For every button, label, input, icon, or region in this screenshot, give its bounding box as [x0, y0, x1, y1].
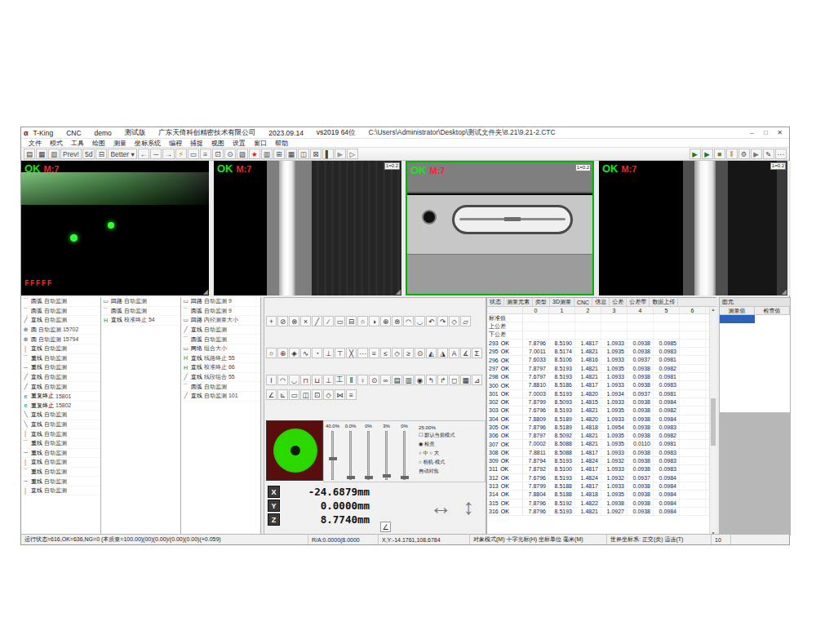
light-slider-3[interactable]: 0% [362, 423, 375, 480]
table-column-header[interactable]: 状态 [487, 298, 504, 306]
measurement-item[interactable]: ╱ 直线 自动监测 101 [181, 392, 260, 402]
measure-tool-icon[interactable]: ⊗ [289, 316, 299, 326]
z-axis-zero-button[interactable]: Z [268, 513, 280, 526]
menu-item[interactable]: 窗口 [250, 139, 271, 148]
measurement-item[interactable]: H 直线 校准终止 54 [101, 316, 180, 326]
construct-tool-icon[interactable]: 工 [335, 375, 345, 385]
lens-radio-group[interactable]: ○ 中 ○ 大 [419, 450, 477, 457]
result-row[interactable]: 316 OK 7.8796 8.5193 1.4821 1.0927 0.093… [487, 508, 716, 516]
result-row[interactable]: 313 OK 7.8799 8.5188 1.4817 1.0933 0.093… [487, 482, 716, 491]
new-file-icon[interactable]: ▤ [24, 149, 35, 159]
result-row[interactable]: 293 OK 7.8796 8.5190 1.4817 1.0933 0.093… [487, 340, 716, 348]
construct-tool-icon[interactable]: I [266, 375, 277, 385]
measure-tool-icon[interactable]: ◭ [426, 348, 437, 358]
measurement-item[interactable]: ─ 重线 自动监测 [21, 449, 100, 459]
measure-tool-icon[interactable]: ◠ [403, 316, 414, 326]
construct-tool-icon[interactable]: ⊾ [277, 389, 288, 400]
construct-tool-icon[interactable]: ▥ [403, 375, 414, 385]
result-row[interactable]: 296 OK 7.6033 8.5106 1.4816 1.0933 0.093… [487, 356, 716, 364]
measure-tool-icon[interactable]: × [300, 316, 311, 326]
table-view-icon[interactable]: ▦ [286, 149, 297, 159]
measurement-item[interactable]: ⌒ 圆弧 自动监测 [181, 335, 260, 344]
menu-item[interactable]: 模式 [46, 139, 67, 148]
construct-tool-icon[interactable]: ◫ [300, 389, 311, 400]
table-column-header[interactable]: 测量元素 [504, 298, 533, 306]
menu-item[interactable]: 绘图 [88, 139, 109, 148]
save-file-icon[interactable]: ▥ [48, 149, 60, 159]
measurement-item[interactable]: ╱ 直线 自动监测 [21, 382, 100, 392]
measure-tool-icon[interactable]: ▭ [335, 316, 345, 326]
element-panel-body[interactable] [720, 315, 790, 413]
angle-mode-button[interactable]: ∠ [380, 522, 391, 532]
camera-view-1[interactable]: OK M:7 FFFFF ◢ [21, 161, 209, 295]
measurement-item[interactable]: ⌒ 重线 自动监测 [21, 468, 100, 477]
result-row[interactable]: 302 OK 7.8799 8.5093 1.4815 1.0933 0.093… [487, 398, 716, 406]
measurement-item[interactable]: ⌒ 圆弧 自动监测 [101, 307, 180, 317]
measure-tool-icon[interactable]: ↷ [437, 316, 448, 326]
measurement-item[interactable]: │ 直线 自动监测 [21, 429, 100, 439]
measurement-item[interactable]: │ 直线 自动监测 [21, 344, 100, 354]
measure-tool-icon[interactable]: Σ [472, 348, 482, 358]
split-view-icon[interactable]: ◫ [298, 149, 309, 159]
nominal-row[interactable]: 标准值 [487, 314, 716, 322]
check-value-column-header[interactable]: 检查值 [755, 307, 790, 314]
construct-tool-icon[interactable]: ⊓ [300, 375, 311, 385]
measure-tool-icon[interactable]: ⊙ [415, 348, 425, 358]
arrow-right-icon[interactable]: → [162, 149, 175, 159]
measure-tool-icon[interactable]: A [449, 348, 459, 358]
jog-horizontal-icon[interactable]: ↔ [430, 495, 452, 519]
measure-tool-icon[interactable]: ∡ [460, 348, 471, 358]
measurement-item[interactable]: │ 直线 自动监测 [21, 458, 100, 468]
edit-icon[interactable]: ✎ [763, 149, 774, 159]
measure-tool-icon[interactable]: ◡ [415, 316, 425, 326]
slider-handle[interactable] [365, 476, 373, 479]
measure-tool-icon[interactable]: ╳ [346, 348, 357, 358]
table-column-header[interactable]: CNC [574, 298, 592, 306]
measure-tool-icon[interactable]: ◇ [449, 316, 459, 326]
measure-tool-icon[interactable]: ⋯ [357, 348, 368, 358]
list-icon[interactable]: ≡ [200, 149, 211, 159]
measurement-item[interactable]: e 重复终止 15802 [21, 402, 100, 411]
construct-tool-icon[interactable]: ⊙ [369, 375, 379, 385]
measurement-item[interactable]: ⌒ 圆弧 自动监测 9 [181, 307, 260, 317]
construct-tool-icon[interactable]: ▭ [289, 389, 299, 400]
slider-track[interactable] [403, 431, 406, 480]
measurement-item[interactable]: ▭ 回路 内径测量大小 [181, 316, 260, 326]
result-row[interactable]: 315 OK 7.8796 8.5192 1.4822 1.0938 0.093… [487, 500, 716, 508]
measurement-item[interactable]: e 重复终止 15801 [21, 392, 100, 402]
measurement-item[interactable]: H 直线 校准终止 66 [181, 363, 260, 373]
resize-grip-icon[interactable]: ◢ [396, 288, 401, 295]
construct-tool-icon[interactable]: ⊿ [472, 375, 482, 385]
measurement-item[interactable]: ╱ 直线 自动监测 [21, 373, 100, 383]
measurement-item[interactable]: ╱ 直线 线段组合 55 [181, 373, 260, 383]
arrow-left-icon[interactable]: ← [138, 149, 150, 159]
lightning-icon[interactable]: ⚡ [175, 149, 187, 159]
construct-tool-icon[interactable]: ⊥ [323, 375, 334, 385]
table-column-header[interactable]: 信息 [592, 298, 610, 306]
settings-icon[interactable]: ⚙ [738, 149, 750, 159]
camera-view-3-selected[interactable]: OK M:7 1=0.2 ◢ [406, 161, 594, 295]
layout-icon[interactable]: ▥ [261, 149, 273, 159]
slider-handle[interactable] [347, 476, 355, 479]
result-row[interactable]: 308 OK 7.8811 8.5088 1.4817 1.0933 0.093… [487, 449, 716, 457]
close-button[interactable]: ✕ [773, 128, 787, 138]
construct-tool-icon[interactable]: ◻ [449, 375, 459, 385]
resize-grip-icon[interactable]: ◢ [203, 288, 208, 295]
light-slider-5[interactable]: 0% [398, 423, 410, 480]
upper-tolerance-row[interactable]: 上公差 [487, 322, 716, 331]
measure-tool-icon[interactable]: ↶ [426, 316, 437, 326]
menu-item[interactable]: 帮助 [271, 139, 292, 148]
measure-tool-icon[interactable]: ╱ [312, 316, 322, 326]
light-slider-4[interactable]: 3% [380, 423, 392, 480]
measurement-item[interactable]: ▭ 回路 自动监测 [101, 297, 180, 307]
line-icon[interactable]: ─ [150, 149, 162, 159]
play-icon[interactable]: ▶ [690, 149, 701, 159]
menu-item[interactable]: 捕捉 [186, 139, 207, 148]
result-row[interactable]: 300 OK 7.8810 8.5186 1.4817 1.0933 0.093… [487, 381, 716, 389]
measurement-item[interactable]: ─ 重线 自动监测 [21, 477, 100, 486]
jog-vertical-icon[interactable]: ↕ [463, 495, 475, 519]
measurement-item[interactable]: ▭ 网络 组合大小 [181, 344, 260, 354]
measure-tool-icon[interactable]: ⊘ [277, 316, 288, 326]
maximize-button[interactable]: □ [759, 128, 773, 138]
construct-tool-icon[interactable]: ◡ [289, 375, 299, 385]
